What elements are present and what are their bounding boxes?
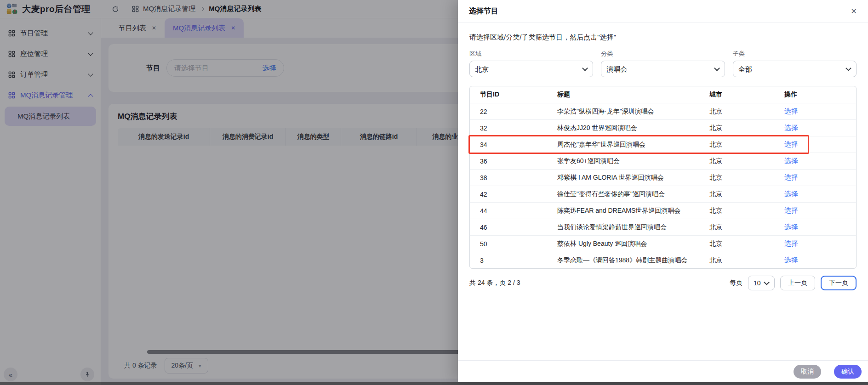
program-city: 北京 — [709, 207, 784, 215]
filter-row: 区域 北京 分类 演唱会 子类 — [469, 50, 857, 77]
column-city: 城市 — [709, 91, 784, 99]
program-title: 徐佳莹"变得有些奢侈的事"巡回演唱会 — [557, 190, 709, 198]
row-select-link[interactable]: 选择 — [784, 107, 798, 115]
modal-body: 请选择区域/分类/子类筛选节目，然后点击"选择" 区域 北京 分类 演唱会 — [458, 23, 868, 360]
cancel-button[interactable]: 取消 — [794, 365, 821, 379]
next-page-button[interactable]: 下一页 — [821, 276, 857, 290]
program-id: 50 — [470, 240, 557, 248]
filter-label: 分类 — [601, 50, 725, 58]
program-id: 22 — [470, 108, 557, 115]
row-select-link[interactable]: 选择 — [784, 140, 798, 148]
program-id: 38 — [470, 174, 557, 181]
confirm-button[interactable]: 确认 — [834, 365, 862, 379]
program-row: 38 邓紫棋 I AM GLORIA 世界巡回演唱会 北京 选择 — [470, 169, 856, 186]
program-title: 周杰伦"嘉年华"世界巡回演唱会 — [557, 141, 709, 149]
program-table-header: 节目ID 标题 城市 操作 — [470, 86, 856, 103]
program-row: 22 李荣浩"纵横四海·龙年"深圳演唱会 北京 选择 — [470, 103, 856, 119]
program-city: 北京 — [709, 256, 784, 265]
program-title: 冬季恋歌—《请回答1988》韩剧主题曲演唱会 — [557, 256, 709, 265]
program-row: 34 周杰伦"嘉年华"世界巡回演唱会 北京 选择 — [470, 136, 856, 153]
program-city: 北京 — [709, 157, 784, 165]
filter-select-wrap: 全部 — [733, 61, 857, 77]
program-city: 北京 — [709, 141, 784, 149]
modal-header: 选择节目 ✕ — [458, 0, 868, 23]
program-title: 蔡依林 Ugly Beauty 巡回演唱会 — [557, 240, 709, 248]
screen: 大麦pro后台管理 MQ消息记录管理 MQ消息记录列表 — [0, 0, 868, 385]
prev-page-button[interactable]: 上一页 — [780, 276, 815, 290]
program-id: 3 — [470, 257, 557, 264]
row-select-link[interactable]: 选择 — [784, 190, 798, 198]
filter-field: 区域 北京 — [469, 50, 593, 77]
program-row: 36 张学友60+巡回演唱会 北京 选择 — [470, 153, 856, 169]
program-id: 46 — [470, 224, 557, 231]
filter-field: 分类 演唱会 — [601, 50, 725, 77]
program-city: 北京 — [709, 190, 784, 198]
row-select-link[interactable]: 选择 — [784, 239, 798, 247]
program-id: 34 — [470, 141, 557, 148]
filter-select[interactable]: 北京 — [469, 61, 593, 77]
row-select-link[interactable]: 选择 — [784, 157, 798, 164]
program-city: 北京 — [709, 223, 784, 232]
program-city: 北京 — [709, 124, 784, 132]
per-page-label: 每页 — [730, 279, 742, 287]
program-id: 32 — [470, 125, 557, 132]
program-title: 林俊杰JJ20 世界巡回演唱会 — [557, 124, 709, 132]
row-select-link[interactable]: 选择 — [784, 256, 798, 264]
filter-select[interactable]: 演唱会 — [601, 61, 725, 77]
column-title: 标题 — [557, 91, 709, 99]
filter-label: 子类 — [733, 50, 857, 58]
program-id: 36 — [470, 158, 557, 165]
program-title: 张学友60+巡回演唱会 — [557, 157, 709, 165]
row-select-link[interactable]: 选择 — [784, 124, 798, 131]
row-select-link[interactable]: 选择 — [784, 223, 798, 231]
program-title: 当我们谈论爱情梁静茹世界巡回演唱会 — [557, 223, 709, 232]
per-page-select-wrap: 10 — [748, 276, 775, 290]
select-program-modal: 选择节目 ✕ 请选择区域/分类/子类筛选节目，然后点击"选择" 区域 北京 分类 — [458, 0, 868, 382]
program-title: 陈奕迅FEAR and DREAMS世界巡回演唱会 — [557, 207, 709, 215]
row-select-link[interactable]: 选择 — [784, 206, 798, 214]
program-row: 44 陈奕迅FEAR and DREAMS世界巡回演唱会 北京 选择 — [470, 202, 856, 219]
program-row: 50 蔡依林 Ugly Beauty 巡回演唱会 北京 选择 — [470, 235, 856, 252]
modal-footer: 取消 确认 — [458, 360, 868, 382]
filter-label: 区域 — [469, 50, 593, 58]
close-icon[interactable]: ✕ — [851, 7, 857, 16]
per-page-select[interactable]: 10 — [748, 276, 775, 290]
program-row: 46 当我们谈论爱情梁静茹世界巡回演唱会 北京 选择 — [470, 219, 856, 235]
column-program-id: 节目ID — [470, 91, 557, 99]
program-id: 42 — [470, 191, 557, 198]
program-title: 邓紫棋 I AM GLORIA 世界巡回演唱会 — [557, 174, 709, 182]
modal-instruction: 请选择区域/分类/子类筛选节目，然后点击"选择" — [469, 33, 857, 42]
column-action: 操作 — [784, 91, 856, 99]
program-table: 节目ID 标题 城市 操作 22 李荣浩"纵横四海·龙年"深圳演唱会 北京 选择… — [469, 86, 857, 269]
program-title: 李荣浩"纵横四海·龙年"深圳演唱会 — [557, 108, 709, 116]
filter-field: 子类 全部 — [733, 50, 857, 77]
program-city: 北京 — [709, 240, 784, 248]
modal-title: 选择节目 — [469, 6, 498, 16]
filter-select-wrap: 演唱会 — [601, 61, 725, 77]
program-id: 44 — [470, 207, 557, 215]
program-row: 32 林俊杰JJ20 世界巡回演唱会 北京 选择 — [470, 119, 856, 136]
program-row: 3 冬季恋歌—《请回答1988》韩剧主题曲演唱会 北京 选择 — [470, 252, 856, 268]
pagination-summary: 共 24 条，页 2 / 3 — [469, 279, 520, 287]
program-row: 42 徐佳莹"变得有些奢侈的事"巡回演唱会 北京 选择 — [470, 186, 856, 202]
filter-select-wrap: 北京 — [469, 61, 593, 77]
row-select-link[interactable]: 选择 — [784, 173, 798, 181]
bottom-edge — [0, 382, 868, 385]
modal-pagination: 共 24 条，页 2 / 3 每页 10 上一页 下一页 — [469, 276, 857, 290]
filter-select[interactable]: 全部 — [733, 61, 857, 77]
program-city: 北京 — [709, 174, 784, 182]
program-city: 北京 — [709, 108, 784, 116]
